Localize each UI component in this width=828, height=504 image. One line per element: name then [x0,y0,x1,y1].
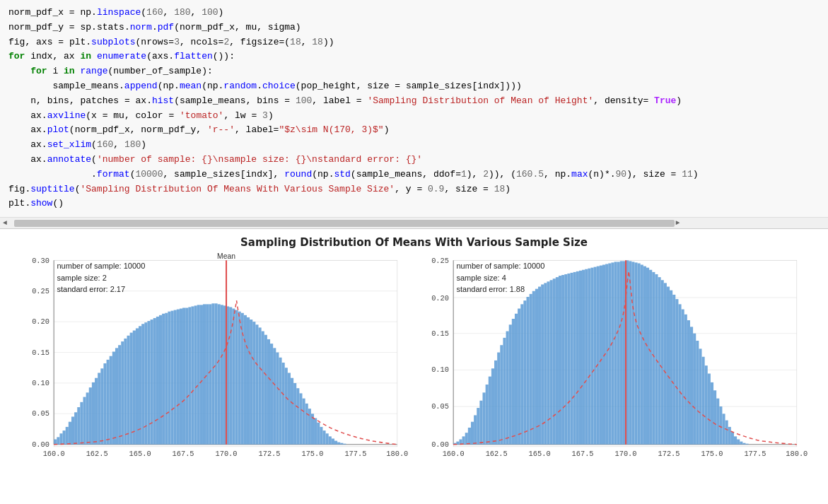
svg-rect-185 [552,279,555,445]
svg-rect-83 [220,305,223,445]
svg-rect-100 [270,344,273,445]
svg-text:162.5: 162.5 [485,450,507,458]
svg-rect-187 [558,276,561,445]
svg-rect-53 [132,331,135,445]
svg-rect-171 [511,319,514,445]
svg-rect-247 [733,437,736,445]
svg-rect-207 [617,262,619,445]
svg-rect-178 [532,291,535,445]
svg-rect-97 [261,332,264,445]
svg-rect-26 [54,440,57,445]
svg-rect-51 [127,336,129,445]
svg-rect-223 [663,283,666,445]
svg-text:175.0: 175.0 [701,450,723,458]
svg-rect-99 [267,339,269,445]
svg-rect-104 [281,363,284,445]
svg-rect-172 [514,314,517,445]
svg-rect-213 [634,263,637,445]
svg-rect-238 [707,374,710,445]
svg-text:0.15: 0.15 [431,329,449,338]
svg-text:0.25: 0.25 [431,257,449,266]
scroll-thumb[interactable] [14,220,675,227]
svg-rect-27 [57,438,59,445]
svg-text:0.25: 0.25 [32,287,49,295]
svg-rect-169 [506,332,508,445]
svg-rect-111 [302,399,305,445]
svg-rect-33 [74,412,77,444]
svg-rect-74 [194,306,197,445]
svg-rect-47 [115,348,117,444]
svg-rect-167 [500,345,503,445]
svg-rect-237 [704,365,707,445]
svg-rect-82 [217,304,220,444]
svg-text:172.5: 172.5 [258,450,280,458]
svg-rect-232 [689,327,692,445]
svg-rect-196 [585,269,588,445]
svg-rect-32 [71,417,74,445]
svg-rect-87 [232,309,235,445]
svg-rect-35 [80,402,83,445]
code-line-l14: plt.show() [8,197,820,211]
svg-rect-80 [211,303,214,444]
svg-rect-194 [578,271,581,445]
svg-rect-205 [611,263,614,445]
code-line-l12: .format(10000, sample_sizes[indx], round… [8,168,820,182]
svg-rect-38 [88,387,91,445]
scroll-right-arrow[interactable]: ► [675,219,682,227]
svg-rect-96 [258,328,261,445]
svg-rect-49 [121,341,124,445]
svg-rect-239 [710,382,713,445]
svg-rect-118 [322,430,325,445]
svg-rect-177 [529,294,532,445]
svg-rect-44 [106,360,109,445]
svg-rect-222 [660,280,663,445]
svg-rect-103 [279,358,281,445]
horizontal-scrollbar[interactable]: ◄ ► [0,218,828,229]
svg-rect-105 [284,368,287,445]
svg-text:160.0: 160.0 [442,450,464,458]
svg-rect-161 [482,393,485,445]
svg-rect-119 [325,433,328,445]
code-line-l8: ax.axvline(x = mu, color = 'tomato', lw … [8,109,820,124]
svg-rect-192 [573,272,576,445]
svg-rect-176 [526,297,529,445]
svg-text:180.0: 180.0 [786,450,807,458]
svg-rect-190 [567,274,570,445]
svg-rect-122 [334,441,337,445]
svg-rect-37 [86,393,88,445]
charts-row: number of sample: 10000 sample size: 2 s… [15,253,814,472]
svg-rect-244 [725,421,728,445]
svg-rect-230 [684,315,687,445]
svg-rect-198 [590,268,593,445]
svg-rect-229 [681,310,684,445]
svg-rect-160 [479,401,482,445]
svg-rect-30 [65,427,68,445]
svg-rect-56 [141,324,144,445]
svg-rect-115 [314,418,317,445]
code-editor: norm_pdf_x = np.linspace(160, 180, 100)n… [0,0,828,218]
svg-rect-189 [564,274,567,445]
svg-rect-195 [582,270,585,445]
svg-rect-109 [296,388,299,445]
chart-right: number of sample: 10000 sample size: 4 s… [414,253,814,472]
svg-rect-179 [535,289,537,445]
svg-text:0.10: 0.10 [431,366,449,375]
svg-rect-124 [340,443,343,445]
svg-rect-39 [91,382,94,445]
scroll-left-arrow[interactable]: ◄ [1,219,8,227]
svg-rect-184 [549,280,552,445]
svg-rect-75 [197,305,199,445]
svg-rect-48 [118,345,121,445]
svg-rect-81 [214,303,217,444]
svg-rect-242 [719,406,722,445]
svg-text:0.10: 0.10 [32,379,49,387]
svg-rect-249 [740,442,742,445]
svg-rect-101 [273,348,276,444]
svg-rect-221 [658,277,660,445]
svg-rect-155 [465,433,467,445]
svg-text:167.5: 167.5 [172,450,194,458]
svg-rect-197 [588,269,590,445]
svg-rect-108 [293,383,296,445]
svg-rect-235 [699,349,701,445]
svg-rect-68 [176,310,179,445]
